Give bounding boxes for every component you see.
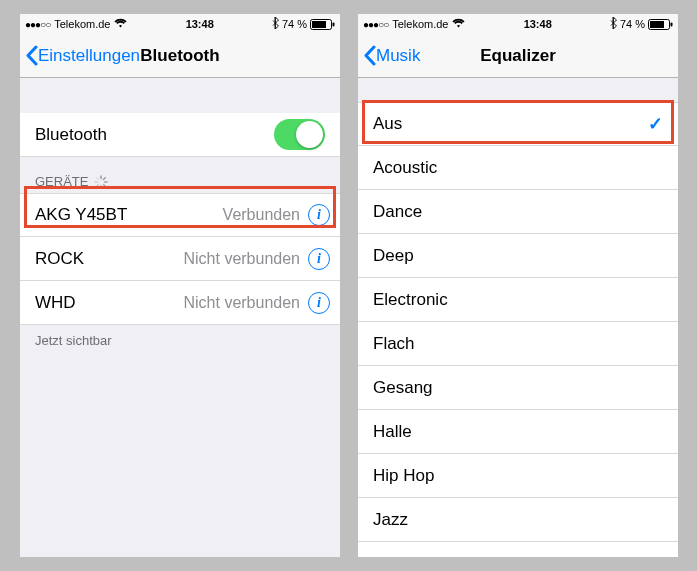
equalizer-option-label: Halle bbox=[373, 422, 663, 442]
visibility-footer: Jetzt sichtbar bbox=[20, 325, 340, 356]
device-name: WHD bbox=[35, 293, 183, 313]
battery-percent: 74 % bbox=[282, 18, 307, 30]
equalizer-option[interactable]: Aus✓ bbox=[358, 102, 678, 146]
info-icon[interactable]: i bbox=[308, 248, 330, 270]
battery-percent: 74 % bbox=[620, 18, 645, 30]
equalizer-option[interactable]: Halle bbox=[358, 410, 678, 454]
equalizer-option[interactable]: Acoustic bbox=[358, 146, 678, 190]
clock: 13:48 bbox=[127, 18, 271, 30]
equalizer-option-label: Hip Hop bbox=[373, 466, 663, 486]
svg-line-4 bbox=[104, 178, 106, 180]
svg-rect-2 bbox=[333, 22, 335, 26]
svg-line-8 bbox=[97, 184, 99, 186]
equalizer-option[interactable]: Electronic bbox=[358, 278, 678, 322]
device-status: Nicht verbunden bbox=[183, 250, 300, 268]
checkmark-icon: ✓ bbox=[648, 113, 663, 135]
battery-icon bbox=[310, 19, 335, 30]
bluetooth-toggle-row[interactable]: Bluetooth bbox=[20, 113, 340, 157]
equalizer-option-label: Jazz bbox=[373, 510, 663, 530]
device-row[interactable]: ROCKNicht verbundeni bbox=[20, 237, 340, 281]
back-button[interactable]: Musik bbox=[358, 45, 420, 66]
equalizer-option-label: Gesang bbox=[373, 378, 663, 398]
phone-equalizer: ●●●○○ Telekom.de 13:48 74 % Musik Equali… bbox=[358, 14, 678, 557]
equalizer-option[interactable]: Dance bbox=[358, 190, 678, 234]
svg-rect-12 bbox=[650, 21, 664, 28]
equalizer-option-label: Electronic bbox=[373, 290, 663, 310]
devices-section-header: GERÄTE bbox=[20, 157, 340, 193]
signal-strength-icon: ●●●○○ bbox=[363, 19, 388, 30]
bluetooth-icon bbox=[272, 17, 279, 31]
svg-line-6 bbox=[104, 184, 106, 186]
equalizer-option[interactable]: Deep bbox=[358, 234, 678, 278]
bluetooth-switch[interactable] bbox=[274, 119, 325, 150]
phone-bluetooth: ●●●○○ Telekom.de 13:48 74 % Einstellunge… bbox=[20, 14, 340, 557]
equalizer-option-label: Flach bbox=[373, 334, 663, 354]
equalizer-option[interactable]: Klassik bbox=[358, 542, 678, 557]
svg-rect-1 bbox=[312, 21, 326, 28]
equalizer-option[interactable]: Hip Hop bbox=[358, 454, 678, 498]
carrier-label: Telekom.de bbox=[54, 18, 110, 30]
nav-bar: Musik Equalizer bbox=[358, 34, 678, 78]
svg-rect-13 bbox=[671, 22, 673, 26]
device-row[interactable]: AKG Y45BTVerbundeni bbox=[20, 193, 340, 237]
info-icon[interactable]: i bbox=[308, 204, 330, 226]
device-status: Verbunden bbox=[223, 206, 300, 224]
device-status: Nicht verbunden bbox=[183, 294, 300, 312]
spinner-icon bbox=[94, 175, 108, 189]
back-label: Einstellungen bbox=[38, 46, 140, 66]
device-row[interactable]: WHDNicht verbundeni bbox=[20, 281, 340, 325]
equalizer-option[interactable]: Gesang bbox=[358, 366, 678, 410]
equalizer-option-label: Dance bbox=[373, 202, 663, 222]
equalizer-option-label: Klassik bbox=[373, 554, 663, 558]
info-icon[interactable]: i bbox=[308, 292, 330, 314]
equalizer-option[interactable]: Flach bbox=[358, 322, 678, 366]
wifi-icon bbox=[452, 18, 465, 30]
wifi-icon bbox=[114, 18, 127, 30]
bluetooth-toggle-label: Bluetooth bbox=[35, 125, 274, 145]
equalizer-option[interactable]: Jazz bbox=[358, 498, 678, 542]
carrier-label: Telekom.de bbox=[392, 18, 448, 30]
device-name: ROCK bbox=[35, 249, 183, 269]
nav-bar: Einstellungen Bluetooth bbox=[20, 34, 340, 78]
back-button[interactable]: Einstellungen bbox=[20, 45, 140, 66]
clock: 13:48 bbox=[465, 18, 609, 30]
signal-strength-icon: ●●●○○ bbox=[25, 19, 50, 30]
status-bar: ●●●○○ Telekom.de 13:48 74 % bbox=[358, 14, 678, 34]
device-name: AKG Y45BT bbox=[35, 205, 223, 225]
equalizer-option-label: Deep bbox=[373, 246, 663, 266]
equalizer-option-label: Aus bbox=[373, 114, 648, 134]
equalizer-option-label: Acoustic bbox=[373, 158, 663, 178]
back-label: Musik bbox=[376, 46, 420, 66]
bluetooth-icon bbox=[610, 17, 617, 31]
svg-line-10 bbox=[97, 178, 99, 180]
battery-icon bbox=[648, 19, 673, 30]
status-bar: ●●●○○ Telekom.de 13:48 74 % bbox=[20, 14, 340, 34]
